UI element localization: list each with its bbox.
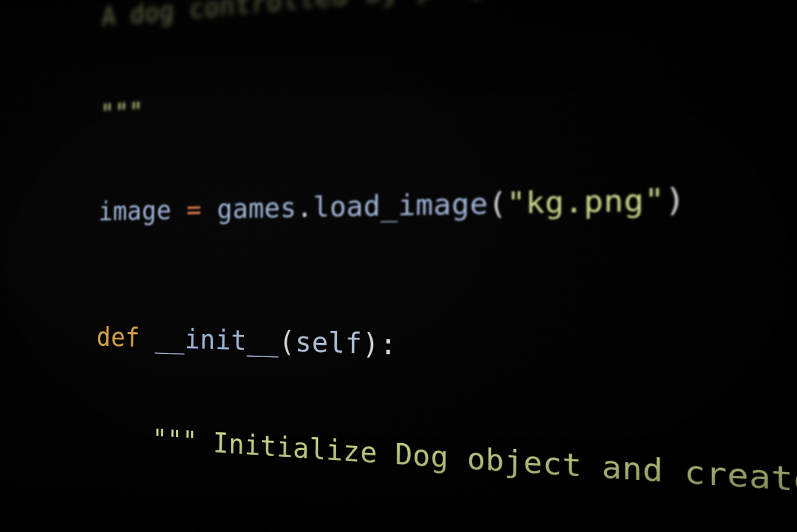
dot: . [297, 191, 313, 224]
identifier: games [201, 191, 297, 225]
keyword-self: self [295, 325, 362, 360]
code-area: A dog controlled by player to """ image … [0, 0, 797, 532]
builtin-super: super [151, 524, 227, 532]
function-name: load_image [313, 186, 488, 224]
identifier: image [99, 194, 187, 226]
paren-close: ) [665, 181, 686, 218]
code-editor-photo: A dog controlled by player to """ image … [0, 0, 797, 532]
operator-equals: = [186, 193, 202, 225]
paren-open: ( [488, 186, 507, 221]
function-name: __init__ [154, 323, 279, 358]
string-literal: "kg.png" [507, 181, 665, 220]
docstring-text: A dog controlled by player to [101, 0, 584, 32]
paren-colon: ): [362, 326, 397, 361]
keyword-def: def [96, 321, 155, 353]
docstring-close: """ [100, 96, 144, 129]
paren-open: ( [279, 325, 296, 358]
